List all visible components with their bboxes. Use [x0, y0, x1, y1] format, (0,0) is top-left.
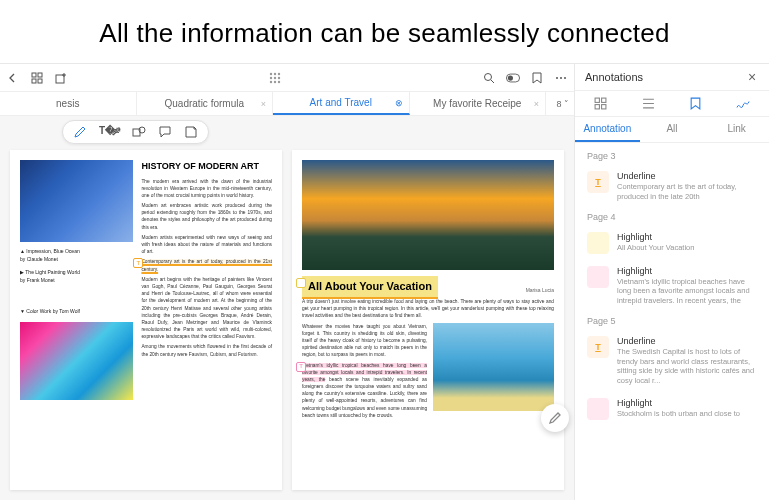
annotations-sidebar: Annotations × Annotation All Link Page 3…: [574, 64, 769, 500]
close-icon[interactable]: ⊗: [395, 98, 403, 108]
underline-icon: T: [587, 336, 609, 358]
close-icon[interactable]: ×: [745, 70, 759, 84]
annotation-marker-icon[interactable]: T: [296, 362, 306, 372]
image-caption: ▶ The Light Painting Worldby Frank Monet: [20, 269, 133, 284]
article-title: All About Your Vacation: [302, 276, 438, 299]
app-frame: nesis Quadratic formula× Art and Travel⊗…: [0, 63, 769, 500]
annotation-marker-icon[interactable]: T: [133, 258, 143, 268]
pen-icon[interactable]: [73, 125, 87, 139]
svg-rect-23: [601, 98, 605, 102]
document-area: T�༘ ▲ Impression, Blue Oceanby Claude Mo…: [0, 116, 574, 500]
paragraph: Among the movements which flowered in th…: [141, 343, 272, 357]
annotation-item[interactable]: HighlightAll About Your Vacation: [575, 226, 769, 260]
main-pane: nesis Quadratic formula× Art and Travel⊗…: [0, 64, 574, 500]
annotated-text[interactable]: TVietnam's idyllic tropical beaches have…: [302, 362, 427, 420]
annotation-item[interactable]: T UnderlineContemporary art is the art o…: [575, 165, 769, 208]
tab-label: My favorite Receipe: [433, 98, 521, 109]
annotation-preview: Contemporary art is the art of today, pr…: [617, 182, 757, 202]
shapes-icon[interactable]: [132, 125, 146, 139]
more-icon[interactable]: [554, 71, 568, 85]
list-icon[interactable]: [642, 97, 655, 110]
tab-quadratic[interactable]: Quadratic formula×: [137, 92, 274, 115]
bookmark-icon[interactable]: [690, 97, 701, 110]
note-icon[interactable]: [184, 125, 198, 139]
svg-point-14: [485, 73, 492, 80]
close-icon[interactable]: ×: [534, 99, 539, 109]
text-style-icon[interactable]: T�༘: [99, 125, 120, 139]
svg-point-17: [556, 77, 558, 79]
annotated-text[interactable]: TContemporary art is the art of today, p…: [141, 258, 272, 272]
hero-photo: [302, 160, 554, 270]
sidebar-tab-all[interactable]: All: [640, 117, 705, 142]
scribble-icon[interactable]: [736, 97, 750, 110]
annotation-marker-icon[interactable]: [296, 278, 306, 288]
grid-icon[interactable]: [594, 97, 607, 110]
paragraph: Whatever the movies have taught you abou…: [302, 323, 427, 359]
annotation-item[interactable]: HighlightVietnam's idyllic tropical beac…: [575, 260, 769, 312]
tab-nesis[interactable]: nesis: [0, 92, 137, 115]
annotation-item[interactable]: HighlightStockholm is both urban and clo…: [575, 392, 769, 426]
document-page-right: All About Your Vacation Marisa Lucia A t…: [292, 150, 564, 490]
tab-bar: nesis Quadratic formula× Art and Travel⊗…: [0, 92, 574, 116]
tab-label: Art and Travel: [310, 97, 372, 108]
back-icon[interactable]: [6, 71, 20, 85]
comment-icon[interactable]: [158, 125, 172, 139]
search-icon[interactable]: [482, 71, 496, 85]
svg-point-10: [278, 76, 280, 78]
svg-point-5: [270, 72, 272, 74]
paragraph: Modern artists experimented with new way…: [141, 234, 272, 256]
svg-point-16: [508, 75, 513, 80]
toggle-icon[interactable]: [506, 71, 520, 85]
tab-label: Quadratic formula: [165, 98, 244, 109]
svg-rect-24: [595, 105, 599, 109]
bookmark-icon[interactable]: [530, 71, 544, 85]
topbar: [0, 64, 574, 92]
highlight-icon: [587, 398, 609, 420]
apps-icon[interactable]: [268, 71, 282, 85]
close-icon[interactable]: ×: [261, 99, 266, 109]
sidebar-tab-annotation[interactable]: Annotation: [575, 117, 640, 142]
svg-rect-2: [32, 79, 36, 83]
sidebar-title: Annotations: [585, 71, 643, 83]
svg-point-19: [564, 77, 566, 79]
svg-rect-3: [38, 79, 42, 83]
tab-label: nesis: [56, 98, 79, 109]
svg-rect-4: [56, 75, 64, 83]
svg-point-11: [270, 80, 272, 82]
image-caption: ▲ Impression, Blue Oceanby Claude Monet: [20, 248, 133, 263]
svg-rect-1: [38, 73, 42, 77]
grid-view-icon[interactable]: [30, 71, 44, 85]
annotation-type: Highlight: [617, 232, 757, 242]
svg-point-9: [274, 76, 276, 78]
edit-fab-button[interactable]: [541, 404, 569, 432]
svg-point-18: [560, 77, 562, 79]
artwork-image-2: [20, 322, 133, 400]
annotation-preview: All About Your Vacation: [617, 243, 757, 253]
beach-photo: [433, 323, 554, 411]
floating-toolbar: T�༘: [62, 120, 209, 144]
paragraph: Modern art embraces artistic work produc…: [141, 202, 272, 231]
svg-rect-25: [601, 105, 605, 109]
annotation-preview: Vietnam's idyllic tropical beaches have …: [617, 277, 757, 306]
tab-art-travel[interactable]: Art and Travel⊗: [273, 92, 410, 115]
article-title: HISTORY OF MODERN ART: [141, 160, 272, 174]
paragraph: The modern era arrived with the dawn of …: [141, 178, 272, 200]
highlight-icon: [587, 266, 609, 288]
highlight-icon: [587, 232, 609, 254]
svg-point-12: [274, 80, 276, 82]
tab-recipe[interactable]: My favorite Receipe×8 ˅: [410, 92, 547, 115]
annotation-type: Underline: [617, 171, 757, 181]
annotation-list[interactable]: Page 3 T UnderlineContemporary art is th…: [575, 143, 769, 500]
sidebar-tab-link[interactable]: Link: [704, 117, 769, 142]
sidebar-tabs: Annotation All Link: [575, 117, 769, 143]
page-group-label: Page 5: [575, 312, 769, 330]
new-tab-icon[interactable]: [54, 71, 68, 85]
page-group-label: Page 3: [575, 147, 769, 165]
page-group-label: Page 4: [575, 208, 769, 226]
hero-title: All the information can be seamlessly co…: [0, 0, 769, 63]
svg-rect-22: [595, 98, 599, 102]
svg-point-6: [274, 72, 276, 74]
annotation-item[interactable]: T UnderlineThe Swedish Capital is host t…: [575, 330, 769, 392]
annotation-preview: Stockholm is both urban and close to: [617, 409, 757, 419]
svg-rect-0: [32, 73, 36, 77]
